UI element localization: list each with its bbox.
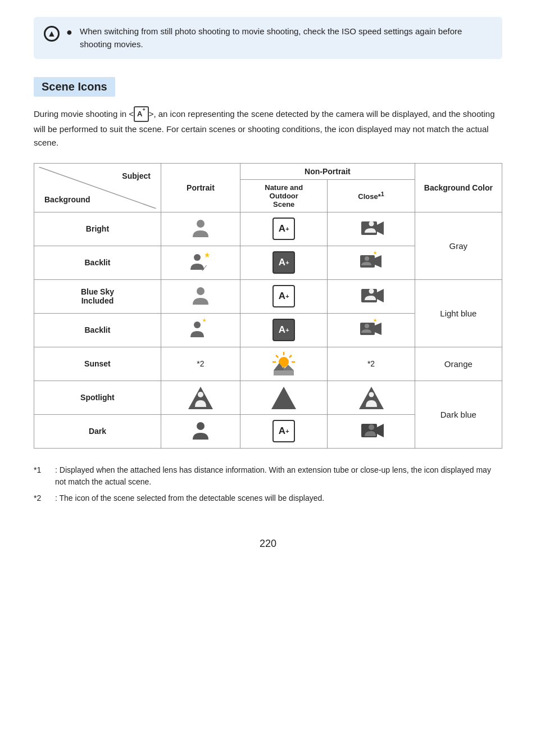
th-subject-background: Subject Background xyxy=(34,163,161,212)
icon-bright-close xyxy=(328,212,415,246)
svg-point-20 xyxy=(365,324,369,328)
icon-backlit2-close xyxy=(328,313,415,347)
footnote-1-num: *1 xyxy=(34,464,49,476)
table-row: Spotlight Da xyxy=(34,381,502,414)
scene-table: Subject Background Portrait Non-Portrait… xyxy=(34,163,502,449)
svg-point-40 xyxy=(369,424,374,430)
table-row: Bright A+ Gray xyxy=(34,212,502,246)
svg-marker-6 xyxy=(205,252,210,257)
bg-color-orange: Orange xyxy=(415,347,502,381)
notice-icon: ▲ xyxy=(44,26,60,42)
icon-bluesky-close xyxy=(328,279,415,313)
th-close: Close*1 xyxy=(328,179,415,212)
icon-bright-nature: A+ xyxy=(240,212,328,246)
icon-sunset-portrait: *2 xyxy=(161,347,240,381)
svg-marker-11 xyxy=(373,251,377,254)
footnote-2-text: : The icon of the scene selected from th… xyxy=(55,492,324,504)
footnote-2-num: *2 xyxy=(34,492,49,504)
icon-backlit1-nature: A+ xyxy=(240,246,328,279)
icon-bluesky-nature: A+ xyxy=(240,279,328,313)
icon-backlit2-portrait xyxy=(161,313,240,347)
row-label-sunset: Sunset xyxy=(34,347,161,381)
icon-dark-close xyxy=(328,414,415,448)
svg-point-16 xyxy=(194,322,201,328)
icon-sunset-close: *2 xyxy=(328,347,415,381)
svg-point-12 xyxy=(197,287,205,295)
svg-point-4 xyxy=(369,221,374,226)
footnote-1-text: : Displayed when the attached lens has d… xyxy=(55,464,502,488)
icon-spotlight-portrait xyxy=(161,381,240,414)
th-non-portrait: Non-Portrait xyxy=(240,163,415,179)
row-label-dark: Dark xyxy=(34,414,161,448)
aplus-inline-icon: A+ xyxy=(134,106,149,122)
svg-point-33 xyxy=(198,392,203,397)
icon-bright-portrait xyxy=(161,212,240,246)
page-number: 220 xyxy=(34,538,502,550)
svg-marker-17 xyxy=(202,318,206,322)
svg-rect-29 xyxy=(274,370,294,375)
icon-spotlight-nature xyxy=(240,381,328,414)
th-subject-label: Subject xyxy=(122,171,151,180)
row-label-backlit-2: Backlit xyxy=(34,313,161,347)
svg-point-1 xyxy=(197,220,205,228)
section-heading: Scene Icons xyxy=(34,77,115,97)
svg-line-26 xyxy=(289,355,292,357)
row-label-backlit-1: Backlit xyxy=(34,246,161,279)
svg-marker-9 xyxy=(375,255,381,268)
bg-color-gray: Gray xyxy=(415,212,502,279)
icon-backlit1-close xyxy=(328,246,415,279)
notice-bullet: ● xyxy=(66,26,73,38)
svg-point-5 xyxy=(194,254,201,261)
svg-line-24 xyxy=(276,355,278,357)
svg-marker-3 xyxy=(377,221,384,235)
svg-point-36 xyxy=(369,392,374,397)
svg-point-10 xyxy=(365,256,369,261)
svg-marker-34 xyxy=(271,387,296,409)
icon-backlit1-portrait: ⁄ xyxy=(161,246,240,279)
table-row: Sunset *2 *2 xyxy=(34,347,502,381)
icon-backlit2-nature: A+ xyxy=(240,313,328,347)
notice-text: When switching from still photo shooting… xyxy=(80,25,492,51)
th-background-label: Background xyxy=(44,195,90,204)
footnote-2: *2 : The icon of the scene selected from… xyxy=(34,492,502,504)
svg-marker-19 xyxy=(375,323,381,335)
bg-color-lightblue: Light blue xyxy=(415,279,502,347)
th-portrait: Portrait xyxy=(161,163,240,212)
intro-text: During movie shooting in <A+>, an icon r… xyxy=(34,107,502,150)
table-row: Blue SkyIncluded A+ Light blue xyxy=(34,279,502,313)
notice-box: ▲ ● When switching from still photo shoo… xyxy=(34,17,502,59)
row-label-bright: Bright xyxy=(34,212,161,246)
footnote-1: *1 : Displayed when the attached lens ha… xyxy=(34,464,502,488)
row-label-spotlight: Spotlight xyxy=(34,381,161,414)
svg-point-37 xyxy=(197,422,205,430)
svg-marker-14 xyxy=(377,289,384,302)
icon-dark-nature: A+ xyxy=(240,414,328,448)
th-nature-outdoor: Nature andOutdoorScene xyxy=(240,179,328,212)
svg-marker-39 xyxy=(377,424,384,437)
bg-color-darkblue: Dark blue xyxy=(415,381,502,448)
svg-point-15 xyxy=(369,288,374,293)
svg-marker-21 xyxy=(373,318,377,322)
th-background-color: Background Color xyxy=(415,163,502,212)
icon-bluesky-portrait xyxy=(161,279,240,313)
icon-spotlight-close xyxy=(328,381,415,414)
row-label-bluesky: Blue SkyIncluded xyxy=(34,279,161,313)
icon-dark-portrait xyxy=(161,414,240,448)
icon-sunset-nature xyxy=(240,347,328,381)
